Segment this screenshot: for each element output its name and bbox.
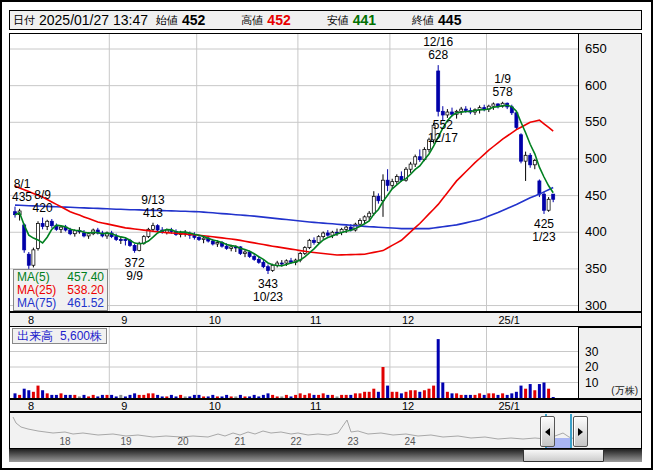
scroll-left-button[interactable] bbox=[540, 416, 555, 447]
ma-legend: MA(5)457.40MA(25)538.20MA(75)461.52 bbox=[13, 269, 108, 311]
candle-body bbox=[211, 241, 214, 244]
price-annotation: 55212/17 bbox=[428, 119, 458, 145]
price-annotation: 8/9420 bbox=[33, 189, 53, 215]
candle-body bbox=[368, 213, 371, 217]
candle-body bbox=[119, 240, 122, 241]
volume-bar bbox=[225, 395, 228, 398]
volume-bar bbox=[386, 386, 389, 398]
candle-body bbox=[156, 226, 159, 230]
ma75-line bbox=[15, 188, 553, 229]
volume-bar bbox=[184, 396, 187, 398]
month-axis-top: 8910111225/1 bbox=[9, 312, 642, 327]
year-label: 19 bbox=[120, 436, 131, 447]
candle-body bbox=[538, 181, 541, 194]
candle-body bbox=[464, 109, 467, 110]
volume-bar bbox=[64, 395, 67, 398]
volume-bar bbox=[202, 396, 205, 398]
price-annotation: 8/1435 bbox=[12, 178, 32, 204]
volume-bar bbox=[543, 383, 546, 399]
candle-body bbox=[41, 223, 44, 226]
volume-bar bbox=[92, 395, 95, 398]
volume-bar bbox=[165, 396, 168, 398]
candle-body bbox=[262, 262, 265, 266]
candle-body bbox=[280, 263, 283, 264]
volume-bar bbox=[432, 386, 435, 398]
candle-body bbox=[253, 256, 256, 259]
candle-body bbox=[524, 155, 527, 161]
volume-bar bbox=[483, 395, 486, 398]
volume-bar bbox=[32, 392, 35, 398]
open-value: 452 bbox=[182, 12, 205, 28]
volume-bar bbox=[363, 392, 366, 398]
volume-bar bbox=[276, 396, 279, 398]
price-tick-label: 550 bbox=[585, 114, 607, 129]
volume-bar bbox=[428, 389, 431, 398]
horizontal-scrollbar[interactable] bbox=[9, 449, 642, 462]
candle-body bbox=[345, 227, 348, 229]
month-label: 11 bbox=[310, 314, 321, 326]
volume-bar bbox=[106, 395, 109, 398]
volume-bar bbox=[395, 392, 398, 398]
volume-bar bbox=[405, 392, 408, 398]
volume-bar bbox=[322, 393, 325, 398]
scroll-right-button[interactable] bbox=[573, 416, 588, 447]
candle-body bbox=[83, 233, 86, 236]
volume-bar bbox=[446, 392, 449, 398]
volume-bar bbox=[492, 393, 495, 398]
volume-bar bbox=[73, 395, 76, 398]
volume-bar bbox=[469, 395, 472, 398]
price-tick-label: 600 bbox=[585, 78, 607, 93]
candle-body bbox=[552, 194, 555, 199]
candle-body bbox=[308, 240, 311, 247]
volume-bar bbox=[308, 393, 311, 398]
candle-body bbox=[391, 182, 394, 186]
volume-bar bbox=[280, 396, 283, 398]
volume-chart-panel[interactable]: 出来高 5,600株 bbox=[9, 327, 579, 399]
volume-bar bbox=[156, 395, 159, 398]
candle-body bbox=[377, 196, 380, 200]
volume-bar bbox=[37, 386, 40, 398]
volume-bar bbox=[538, 384, 541, 398]
volume-bar bbox=[299, 393, 302, 398]
candle-body bbox=[317, 237, 320, 243]
volume-bar bbox=[510, 393, 513, 398]
volume-unit-label: (万株) bbox=[611, 384, 638, 398]
volume-bar bbox=[418, 392, 421, 398]
volume-bar bbox=[161, 396, 164, 398]
candle-body bbox=[230, 247, 233, 248]
candle-body bbox=[216, 243, 219, 244]
volume-bar bbox=[451, 393, 454, 398]
volume-bar bbox=[271, 395, 274, 398]
left-arrow-icon bbox=[545, 428, 550, 436]
low-value: 441 bbox=[353, 12, 376, 28]
price-annotation: 1/9578 bbox=[493, 73, 513, 99]
year-label: 20 bbox=[177, 436, 188, 447]
volume-bar bbox=[290, 396, 293, 398]
date-label: 日付 bbox=[13, 13, 35, 28]
range-navigator[interactable]: 18192021222324 bbox=[9, 412, 642, 449]
candle-body bbox=[115, 237, 118, 240]
volume-bar bbox=[211, 395, 214, 398]
volume-bar bbox=[423, 390, 426, 398]
scrollbar-thumb[interactable] bbox=[523, 449, 604, 462]
price-annotation: 12/16628 bbox=[423, 36, 453, 62]
volume-bar bbox=[101, 395, 104, 398]
volume-bar bbox=[524, 389, 527, 398]
price-chart-panel[interactable]: MA(5)457.40MA(25)538.20MA(75)461.52 8/14… bbox=[9, 33, 579, 312]
volume-bar bbox=[234, 396, 237, 398]
candle-body bbox=[285, 261, 288, 263]
month-label: 25/1 bbox=[499, 400, 520, 412]
high-label: 高値 bbox=[241, 13, 263, 28]
ma-legend-value: 461.52 bbox=[67, 297, 104, 310]
volume-bar bbox=[96, 396, 99, 398]
volume-bar bbox=[124, 396, 127, 398]
range-end-handle-line[interactable] bbox=[570, 414, 572, 448]
price-tick-label: 650 bbox=[585, 41, 607, 56]
volume-bar bbox=[115, 396, 118, 398]
candle-body bbox=[50, 221, 53, 225]
volume-label: 出来高 bbox=[17, 328, 53, 345]
volume-label-box: 出来高 5,600株 bbox=[12, 328, 107, 344]
volume-bar bbox=[400, 393, 403, 398]
candle-body bbox=[395, 177, 398, 182]
month-label: 11 bbox=[310, 400, 321, 412]
